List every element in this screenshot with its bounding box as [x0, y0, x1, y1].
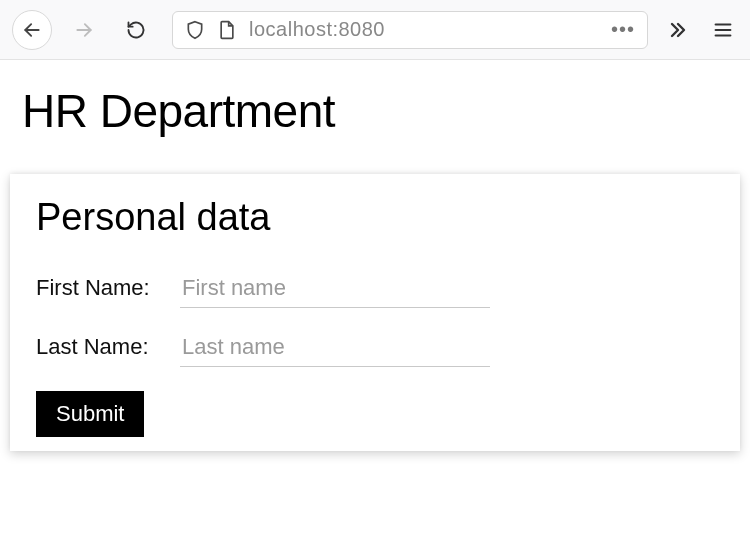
shield-icon: [185, 19, 205, 41]
hamburger-icon: [712, 19, 734, 41]
page-title: HR Department: [22, 84, 728, 138]
nav-buttons: [12, 10, 156, 50]
forward-button: [64, 10, 104, 50]
last-name-input[interactable]: [180, 330, 490, 367]
reload-button[interactable]: [116, 10, 156, 50]
page-icon: [217, 19, 237, 41]
overflow-button[interactable]: [660, 18, 694, 42]
page-actions-button[interactable]: •••: [611, 18, 635, 41]
reload-icon: [126, 20, 146, 40]
first-name-label: First Name:: [36, 275, 162, 301]
address-bar[interactable]: localhost:8080 •••: [172, 11, 648, 49]
personal-data-card: Personal data First Name: Last Name: Sub…: [10, 174, 740, 451]
address-bar-icons: [185, 19, 237, 41]
last-name-row: Last Name:: [36, 330, 714, 367]
back-button[interactable]: [12, 10, 52, 50]
last-name-label: Last Name:: [36, 334, 162, 360]
arrow-left-icon: [22, 20, 42, 40]
menu-button[interactable]: [706, 19, 740, 41]
first-name-input[interactable]: [180, 271, 490, 308]
url-text[interactable]: localhost:8080: [249, 18, 599, 41]
arrow-right-icon: [74, 20, 94, 40]
browser-toolbar: localhost:8080 •••: [0, 0, 750, 60]
submit-button[interactable]: Submit: [36, 391, 144, 437]
card-title: Personal data: [36, 196, 714, 239]
page-header: HR Department: [0, 60, 750, 148]
card-wrap: Personal data First Name: Last Name: Sub…: [0, 174, 750, 451]
first-name-row: First Name:: [36, 271, 714, 308]
chevrons-right-icon: [665, 18, 689, 42]
